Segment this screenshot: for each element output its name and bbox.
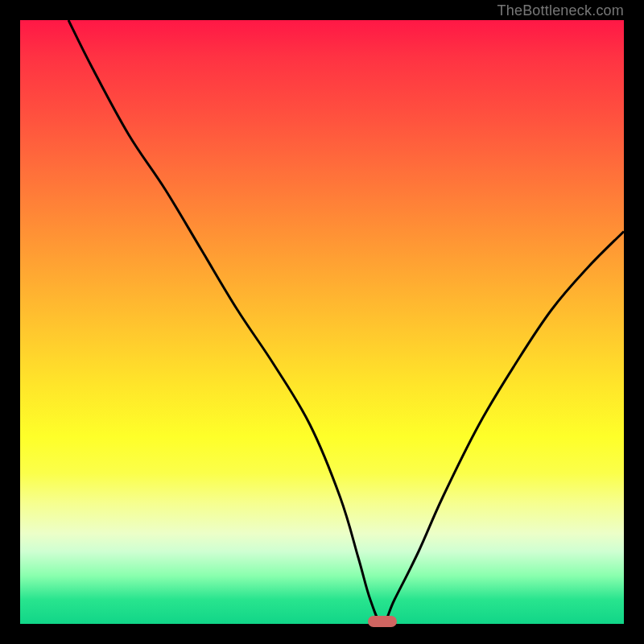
bottleneck-curve [20,20,624,624]
optimum-marker [368,616,397,627]
plot-area [20,20,624,624]
chart-frame: TheBottleneck.com [0,0,644,644]
watermark-text: TheBottleneck.com [497,2,624,19]
